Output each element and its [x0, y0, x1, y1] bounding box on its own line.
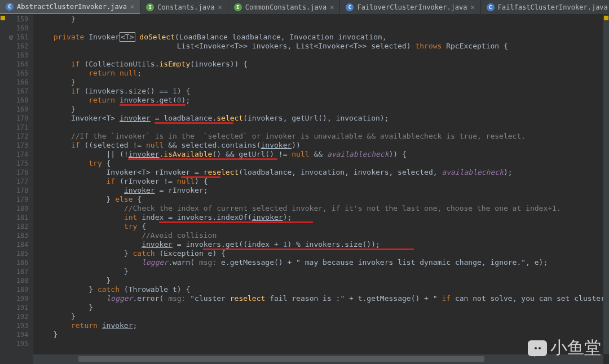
editor-tab[interactable]: ICommonConstants.java×: [228, 0, 341, 14]
editor-tab[interactable]: CAbstractClusterInvoker.java×: [0, 0, 140, 14]
line-number[interactable]: 187: [9, 267, 28, 276]
inspection-marker[interactable]: [1, 16, 5, 20]
scrollbar-thumb[interactable]: [78, 356, 484, 362]
interface-icon: I: [234, 3, 242, 11]
line-number[interactable]: 174: [9, 150, 28, 159]
line-number[interactable]: 195: [9, 339, 28, 348]
tab-label: FailoverClusterInvoker.java: [357, 3, 467, 11]
editor-tabbar: CAbstractClusterInvoker.java×IConstants.…: [0, 0, 609, 15]
source-code[interactable]: } private Invoker<T> doSelect(LoadBalanc…: [33, 15, 603, 339]
left-marker-bar: [0, 15, 6, 364]
editor-area: 159160@161162163164165166167168169170171…: [0, 15, 609, 364]
line-number[interactable]: 182: [9, 222, 28, 231]
line-number[interactable]: 171: [9, 123, 28, 132]
inspection-summary-icon[interactable]: [604, 16, 608, 20]
line-number[interactable]: 191: [9, 303, 28, 312]
code-viewport[interactable]: } private Invoker<T> doSelect(LoadBalanc…: [33, 15, 609, 364]
close-icon[interactable]: ×: [130, 3, 134, 11]
interface-icon: I: [146, 3, 154, 11]
tab-label: CommonConstants.java: [245, 3, 327, 11]
line-number[interactable]: 189: [9, 285, 28, 294]
override-gutter-icon[interactable]: @: [9, 33, 13, 42]
line-number-gutter[interactable]: 159160@161162163164165166167168169170171…: [6, 15, 33, 364]
line-number[interactable]: 166: [9, 78, 28, 87]
editor-tab[interactable]: CFailfastClusterInvoker.java×: [481, 0, 609, 14]
line-number[interactable]: 188: [9, 276, 28, 285]
line-number[interactable]: 167: [9, 87, 28, 96]
right-marker-bar[interactable]: [603, 15, 609, 354]
line-number[interactable]: 173: [9, 141, 28, 150]
line-number[interactable]: 184: [9, 240, 28, 249]
line-number[interactable]: 194: [9, 330, 28, 339]
line-number[interactable]: 179: [9, 195, 28, 204]
line-number[interactable]: 164: [9, 60, 28, 69]
close-icon[interactable]: ×: [218, 3, 222, 11]
line-number[interactable]: 192: [9, 312, 28, 321]
close-icon[interactable]: ×: [471, 3, 475, 11]
line-number[interactable]: 193: [9, 321, 28, 330]
line-number[interactable]: 176: [9, 168, 28, 177]
line-number[interactable]: 186: [9, 258, 28, 267]
line-number[interactable]: 178: [9, 186, 28, 195]
tab-label: Constants.java: [157, 3, 214, 11]
horizontal-scrollbar[interactable]: [33, 354, 603, 364]
editor-tab[interactable]: IConstants.java×: [140, 0, 228, 14]
class-icon: C: [487, 3, 495, 11]
line-number[interactable]: 175: [9, 159, 28, 168]
line-number[interactable]: 190: [9, 294, 28, 303]
line-number[interactable]: 165: [9, 69, 28, 78]
line-number[interactable]: 180: [9, 204, 28, 213]
line-number[interactable]: 168: [9, 96, 28, 105]
line-number[interactable]: 183: [9, 231, 28, 240]
class-icon: C: [346, 3, 354, 11]
line-number[interactable]: 185: [9, 249, 28, 258]
tab-label: AbstractClusterInvoker.java: [17, 3, 127, 11]
editor-tab[interactable]: CFailoverClusterInvoker.java×: [340, 0, 480, 14]
close-icon[interactable]: ×: [330, 3, 334, 11]
line-number[interactable]: 162: [9, 42, 28, 51]
line-number[interactable]: 169: [9, 105, 28, 114]
class-icon: C: [6, 3, 14, 11]
line-number[interactable]: 160: [9, 24, 28, 33]
line-number[interactable]: 181: [9, 213, 28, 222]
ide-root: CAbstractClusterInvoker.java×IConstants.…: [0, 0, 609, 364]
line-number[interactable]: 159: [9, 15, 28, 24]
line-number[interactable]: 172: [9, 132, 28, 141]
tab-label: FailfastClusterInvoker.java: [498, 3, 608, 11]
line-number[interactable]: @161: [9, 33, 28, 42]
line-number[interactable]: 177: [9, 177, 28, 186]
line-number[interactable]: 170: [9, 114, 28, 123]
line-number[interactable]: 163: [9, 51, 28, 60]
